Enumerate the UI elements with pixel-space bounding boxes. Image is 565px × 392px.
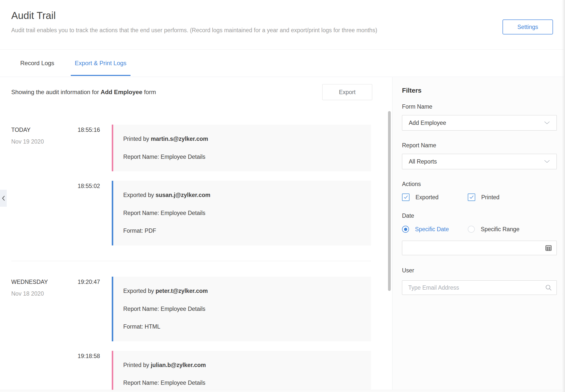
checkbox-exported-label: Exported <box>416 194 438 201</box>
format-line: Format: HTML <box>123 323 361 330</box>
tab-bar: Record Logs Export & Print Logs <box>0 50 565 77</box>
day-label: TODAY <box>11 127 44 133</box>
list-scrollbar-thumb[interactable] <box>388 111 391 291</box>
entry-time: 18:55:02 <box>78 183 100 190</box>
report-line: Report Name: Employee Details <box>123 306 361 313</box>
day-block: TODAY Nov 19 2020 <box>11 127 44 145</box>
report-line: Report Name: Employee Details <box>123 210 361 217</box>
day-label: WEDNESDAY <box>11 279 48 285</box>
log-entry: 19:18:58 Printed by julian.b@zylker.com … <box>0 351 392 392</box>
collapse-panel-handle[interactable] <box>0 190 7 207</box>
radio-specific-range[interactable]: Specific Range <box>468 226 534 233</box>
radio-specific-date[interactable]: Specific Date <box>402 226 468 233</box>
checkbox-printed-label: Printed <box>481 194 500 201</box>
day-block: WEDNESDAY Nov 18 2020 <box>11 279 48 297</box>
action-user: peter.t@zylker.com <box>156 288 208 294</box>
action-text: Printed by <box>123 362 149 368</box>
showing-suffix: form <box>144 89 156 95</box>
export-button[interactable]: Export <box>322 84 372 100</box>
radio-specific-range-label: Specific Range <box>481 226 520 233</box>
timeline: TODAY Nov 19 2020 18:55:16 Printed by ma… <box>0 125 392 392</box>
log-entry: 18:55:02 Exported by susan.j@zylker.com … <box>0 181 392 245</box>
date-options: Specific Date Specific Range <box>402 226 557 233</box>
date-label: Date <box>402 212 557 219</box>
day-date: Nov 18 2020 <box>11 290 48 297</box>
entry-meta: WEDNESDAY Nov 18 2020 19:20:47 <box>0 277 112 297</box>
group-divider <box>11 261 371 261</box>
action-text: Exported by <box>123 192 154 198</box>
action-line: Printed by julian.b@zylker.com <box>123 362 361 369</box>
user-email-input[interactable] <box>402 280 557 295</box>
user-label: User <box>402 267 557 274</box>
user-field <box>402 280 557 295</box>
chevron-left-icon <box>2 196 5 201</box>
radio-selected-icon <box>402 226 409 233</box>
actions-label: Actions <box>402 181 557 188</box>
action-text: Printed by <box>123 136 149 142</box>
log-card-exported: Exported by susan.j@zylker.com Report Na… <box>112 181 371 245</box>
audit-log-list: Showing the audit information for Add Em… <box>0 77 392 392</box>
showing-form-name: Add Employee <box>101 89 142 95</box>
action-line: Exported by peter.t@zylker.com <box>123 288 361 295</box>
report-name-select[interactable]: All Reports <box>402 154 557 169</box>
entry-meta: 19:18:58 <box>0 351 112 360</box>
calendar-icon[interactable] <box>545 245 552 251</box>
log-entry: WEDNESDAY Nov 18 2020 19:20:47 Exported … <box>0 277 392 341</box>
page-header: Audit Trail Audit trail enables you to t… <box>0 0 565 50</box>
search-icon[interactable] <box>545 284 552 291</box>
showing-text: Showing the audit information for Add Em… <box>11 89 156 96</box>
action-user: susan.j@zylker.com <box>156 192 210 198</box>
showing-prefix: Showing the audit information for <box>11 89 99 95</box>
settings-button[interactable]: Settings <box>502 19 553 34</box>
page-title: Audit Trail <box>11 10 56 21</box>
action-text: Exported by <box>123 288 154 294</box>
audit-trail-page: Audit Trail Audit trail enables you to t… <box>0 0 565 392</box>
report-line: Report Name: Employee Details <box>123 154 361 161</box>
chevron-down-icon <box>544 121 550 125</box>
entry-meta: TODAY Nov 19 2020 18:55:16 <box>0 125 112 145</box>
form-name-value: Add Employee <box>409 120 446 126</box>
radio-specific-date-label: Specific Date <box>415 226 449 233</box>
filters-title: Filters <box>402 87 557 94</box>
tab-export-print-logs[interactable]: Export & Print Logs <box>71 50 130 77</box>
actions-options: Exported Printed <box>402 194 557 201</box>
checkbox-checked-icon <box>402 194 410 201</box>
bottom-edge <box>0 390 562 392</box>
checkbox-checked-icon <box>468 194 475 201</box>
chevron-down-icon <box>544 160 550 163</box>
checkbox-printed[interactable]: Printed <box>468 194 534 201</box>
entry-time: 19:20:47 <box>78 279 100 297</box>
entry-time: 19:18:58 <box>78 353 100 360</box>
day-date: Nov 19 2020 <box>11 138 44 145</box>
filters-panel: Filters Form Name Add Employee Report Na… <box>392 77 565 392</box>
log-card-exported: Exported by peter.t@zylker.com Report Na… <box>112 277 371 341</box>
form-name-label: Form Name <box>402 103 557 110</box>
specific-date-input[interactable] <box>402 241 557 255</box>
report-name-label: Report Name <box>402 142 557 149</box>
action-line: Printed by martin.s@zylker.com <box>123 136 361 143</box>
log-card-printed: Printed by martin.s@zylker.com Report Na… <box>112 125 371 171</box>
content-header: Showing the audit information for Add Em… <box>11 84 382 100</box>
format-line: Format: PDF <box>123 227 361 234</box>
checkbox-exported[interactable]: Exported <box>402 194 468 201</box>
report-line: Report Name: Employee Details <box>123 380 361 387</box>
report-name-value: All Reports <box>409 158 437 165</box>
tab-record-logs[interactable]: Record Logs <box>16 50 58 77</box>
specific-date-field <box>402 241 557 255</box>
radio-unselected-icon <box>468 226 475 233</box>
action-user: martin.s@zylker.com <box>151 136 208 142</box>
log-entry: TODAY Nov 19 2020 18:55:16 Printed by ma… <box>0 125 392 171</box>
form-name-select[interactable]: Add Employee <box>402 115 557 131</box>
entry-time: 18:55:16 <box>78 127 100 145</box>
action-user: julian.b@zylker.com <box>151 362 206 368</box>
entry-meta: 18:55:02 <box>0 181 112 190</box>
log-card-printed: Printed by julian.b@zylker.com Report Na… <box>112 351 371 392</box>
page-subtitle: Audit trail enables you to track the act… <box>11 27 377 34</box>
action-line: Exported by susan.j@zylker.com <box>123 192 361 199</box>
